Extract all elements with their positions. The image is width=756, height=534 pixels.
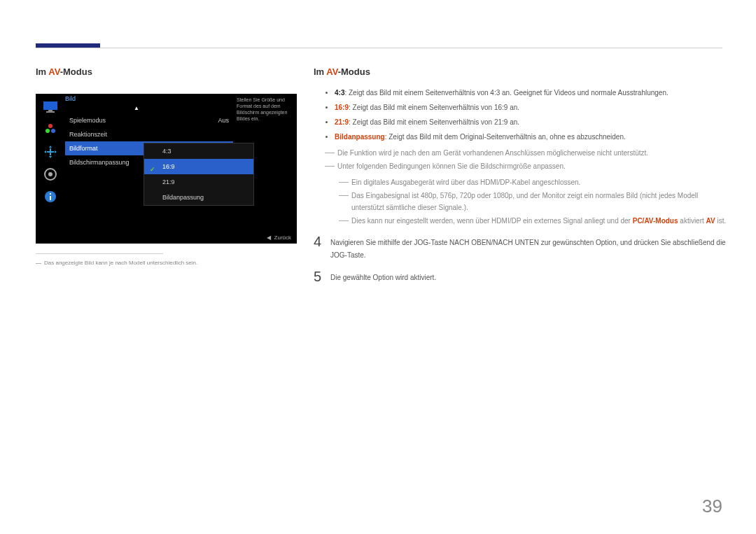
step-number: 5 [314, 269, 330, 285]
subnote-text: Ein digitales Ausgabegerät wird über das… [351, 176, 580, 188]
svg-rect-1 [48, 110, 52, 111]
dash-icon: ― [339, 176, 351, 188]
osd-submenu: 4:3 ✓ 16:9 21:9 Bildanpassung [144, 143, 254, 206]
step-row: 5 Die gewählte Option wird aktiviert. [314, 269, 727, 285]
svg-point-7 [48, 172, 52, 176]
osd-row-label: Bildschirmanpassung [69, 155, 130, 169]
heading-av: AV [48, 66, 59, 77]
note-row: ―Unter folgenden Bedingungen können Sie … [325, 160, 727, 172]
bullet-bold: 4:3 [335, 89, 344, 97]
subnotes: ―Ein digitales Ausgabegerät wird über da… [339, 176, 727, 227]
heading-suffix: -Modus [338, 66, 370, 77]
dash-icon: ― [339, 190, 351, 213]
osd-row-label: Bildformat [69, 141, 98, 155]
caption-rule [36, 253, 163, 254]
osd-sub-label: Bildanpassung [162, 194, 204, 201]
subnote-text: Dies kann nur eingestellt werden, wenn ü… [351, 215, 726, 227]
back-arrow-icon: ◀ [267, 234, 274, 241]
bullet-item: Bildanpassung: Zeigt das Bild mit dem Or… [335, 131, 727, 143]
dash-icon: ― [325, 160, 337, 172]
monitor-icon [43, 99, 58, 115]
svg-point-3 [48, 124, 52, 128]
dash-icon: ― [325, 147, 337, 159]
bullet-text: : Zeigt das Bild mit einem Seitenverhält… [349, 118, 519, 126]
subnote-bold: AV [706, 217, 715, 225]
step-text: Die gewählte Option wird aktiviert. [330, 269, 436, 285]
up-arrow-icon: ▲ [134, 105, 139, 111]
right-heading: Im AV-Modus [314, 66, 727, 77]
osd-row-label: Spielemodus [69, 113, 106, 127]
bullet-bold: Bildanpassung [335, 133, 385, 141]
svg-rect-2 [46, 111, 55, 113]
svg-point-4 [46, 129, 50, 133]
osd-sub-row: Bildanpassung [144, 190, 253, 205]
svg-rect-10 [50, 193, 51, 195]
info-icon [43, 189, 58, 204]
bullet-list: 4:3: Zeigt das Bild mit einem Seitenverh… [335, 87, 727, 143]
horizontal-rule [36, 48, 722, 48]
osd-sub-row-selected: ✓ 16:9 [144, 159, 253, 174]
osd-row-value: Aus [218, 113, 229, 127]
bullet-bold: 21:9 [335, 118, 349, 126]
osd-sub-row: 4:3 [144, 143, 253, 159]
step-text: Navigieren Sie mithilfe der JOG-Taste NA… [330, 234, 727, 262]
subnote-post: ist. [715, 217, 727, 225]
move-icon [43, 144, 58, 160]
page-number: 39 [702, 496, 722, 517]
osd-title: Bild [65, 95, 76, 102]
osd-row: Spielemodus Aus [65, 113, 233, 127]
subnote-row: ―Dies kann nur eingestellt werden, wenn … [339, 215, 727, 227]
left-heading: Im AV-Modus [36, 66, 302, 77]
osd-sub-row: 21:9 [144, 174, 253, 190]
check-icon: ✓ [150, 162, 158, 170]
osd-row: Reaktionszeit [65, 127, 233, 141]
bullet-item: 4:3: Zeigt das Bild mit einem Seitenverh… [335, 87, 727, 99]
image-caption: ―Das angezeigte Bild kann je nach Modell… [36, 260, 302, 266]
osd-back: ◀ Zurück [267, 234, 291, 241]
bullet-text: : Zeigt das Bild mit einem Seitenverhält… [349, 104, 519, 111]
osd-sub-label: 16:9 [162, 163, 175, 170]
bullet-item: 21:9: Zeigt das Bild mit einem Seitenver… [335, 116, 727, 128]
bullet-item: 16:9: Zeigt das Bild mit einem Seitenver… [335, 101, 727, 113]
note-row: ―Die Funktion wird je nach den am Gerät … [325, 147, 727, 159]
subnote-row: ―Das Eingabesignal ist 480p, 576p, 720p … [339, 190, 727, 213]
osd-row-label: Reaktionszeit [69, 127, 107, 141]
note-text: Unter folgenden Bedingungen können Sie d… [337, 160, 566, 172]
svg-rect-9 [50, 196, 51, 200]
gear-icon [43, 167, 58, 182]
heading-prefix: Im [314, 66, 326, 77]
osd-sub-label: 21:9 [162, 178, 175, 185]
svg-rect-0 [43, 101, 57, 110]
subnote-mid: aktiviert [678, 217, 706, 225]
dash-icon: ― [339, 215, 351, 227]
osd-icon-column [40, 99, 61, 238]
notes: ―Die Funktion wird je nach den am Gerät … [325, 147, 727, 172]
osd-screenshot: Bild ▲ Stellen Sie Größe und Format des … [36, 94, 297, 244]
caption-text: Das angezeigte Bild kann je nach Modell … [44, 260, 197, 266]
heading-prefix: Im [36, 66, 48, 77]
subnote-pre: Dies kann nur eingestellt werden, wenn ü… [351, 217, 633, 225]
heading-av: AV [326, 66, 337, 77]
bullet-bold: 16:9 [335, 104, 349, 111]
subnote-text: Das Eingabesignal ist 480p, 576p, 720p o… [351, 190, 727, 213]
color-icon [43, 122, 58, 137]
step-number: 4 [314, 234, 330, 262]
osd-help-text: Stellen Sie Größe und Format des auf dem… [237, 97, 293, 122]
svg-point-5 [51, 129, 55, 133]
left-column: Im AV-Modus Bild ▲ Stellen Sie Größe und… [36, 66, 302, 266]
bullet-text: : Zeigt das Bild mit dem Original-Seiten… [385, 133, 626, 141]
osd-sub-label: 4:3 [162, 148, 172, 155]
subnote-row: ―Ein digitales Ausgabegerät wird über da… [339, 176, 727, 188]
right-column: Im AV-Modus 4:3: Zeigt das Bild mit eine… [314, 66, 727, 285]
note-text: Die Funktion wird je nach den am Gerät v… [337, 147, 648, 159]
subnote-bold: PC/AV-Modus [633, 217, 678, 225]
dash-icon: ― [36, 260, 41, 266]
bullet-text: : Zeigt das Bild mit einem Seitenverhält… [344, 89, 668, 97]
step-row: 4 Navigieren Sie mithilfe der JOG-Taste … [314, 234, 727, 262]
back-label: Zurück [274, 234, 291, 241]
heading-suffix: -Modus [60, 66, 92, 77]
